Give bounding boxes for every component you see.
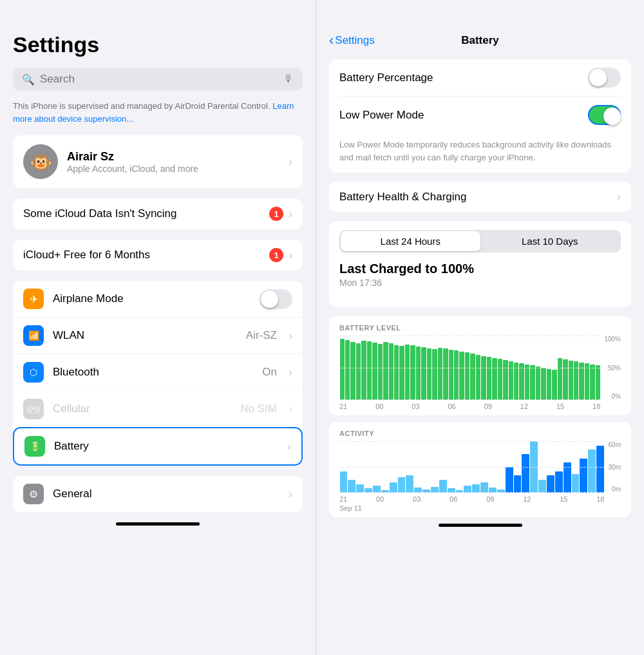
activity-y-labels: 60m 30m 0m <box>609 441 621 493</box>
battery-bar <box>449 350 453 400</box>
battery-label: Battery <box>54 440 278 453</box>
activity-bar <box>422 489 430 493</box>
sidebar-item-battery[interactable]: 🔋 Battery › <box>13 427 303 466</box>
activity-bar <box>373 486 381 493</box>
airplane-toggle[interactable] <box>260 289 292 309</box>
battery-usage-card: Last 24 Hours Last 10 Days Last Charged … <box>329 221 631 307</box>
battery-bar <box>590 365 594 400</box>
icloud-offer-card[interactable]: iCloud+ Free for 6 Months 1 › <box>13 240 303 271</box>
sidebar-item-airplane[interactable]: ✈ Airplane Mode <box>13 281 303 317</box>
profile-row[interactable]: 🐵 Airair Sz Apple Account, iCloud, and m… <box>13 135 303 188</box>
chevron-icon: › <box>289 403 292 416</box>
battery-level-label: BATTERY LEVEL <box>339 324 621 332</box>
cellular-value: No SIM <box>240 403 277 415</box>
battery-health-row[interactable]: Battery Health & Charging › <box>329 182 631 212</box>
profile-card[interactable]: 🐵 Airair Sz Apple Account, iCloud, and m… <box>13 135 303 188</box>
sidebar-item-general[interactable]: ⚙ General › <box>13 476 303 512</box>
activity-bar <box>456 490 464 493</box>
cellular-icon: ((•)) <box>23 399 44 419</box>
battery-bar <box>367 341 372 400</box>
icloud-sync-card[interactable]: Some iCloud Data Isn't Syncing 1 › <box>13 198 303 229</box>
activity-x-labels: 21 00 03 06 09 12 15 18 <box>339 495 605 503</box>
last-charged-subtitle: Mon 17:36 <box>339 278 621 288</box>
activity-bar <box>365 488 372 493</box>
battery-bar <box>552 370 556 400</box>
tab-last-10-days[interactable]: Last 10 Days <box>480 231 620 251</box>
battery-bar <box>492 358 497 400</box>
activity-bar <box>555 471 563 493</box>
battery-bar <box>432 349 437 400</box>
icloud-offer-row[interactable]: iCloud+ Free for 6 Months 1 › <box>13 240 303 271</box>
chevron-icon: › <box>289 329 292 343</box>
low-power-toggle[interactable] <box>588 105 621 125</box>
sidebar-item-wlan[interactable]: 📶 WLAN Air-SZ › <box>13 317 303 354</box>
sidebar-item-bluetooth[interactable]: ⬡ Bluetooth On › <box>13 354 303 390</box>
activity-bar <box>414 488 422 493</box>
battery-bar <box>503 360 507 400</box>
activity-bar <box>439 480 447 493</box>
bluetooth-icon: ⬡ <box>23 362 44 383</box>
chevron-icon: › <box>289 488 292 501</box>
activity-bar <box>480 482 488 493</box>
general-label: General <box>53 488 279 500</box>
activity-bar <box>464 486 471 493</box>
left-panel: Settings 🔍 🎙 This iPhone is supervised a… <box>0 0 316 655</box>
chevron-icon: › <box>289 249 292 262</box>
battery-bar <box>514 363 518 400</box>
search-input[interactable] <box>40 73 278 86</box>
battery-bar <box>399 346 404 400</box>
activity-label: ACTIVITY <box>339 430 621 437</box>
activity-chart: ACTIVITY 21 00 03 06 <box>329 422 631 517</box>
battery-percentage-row[interactable]: Battery Percentage <box>329 59 631 96</box>
battery-bar <box>541 368 545 400</box>
chevron-icon: › <box>289 366 292 379</box>
right-header: ‹ Settings Battery <box>316 32 644 59</box>
battery-bar <box>340 339 345 400</box>
battery-bar <box>356 343 361 400</box>
sidebar-item-cellular[interactable]: ((•)) Cellular No SIM › <box>13 390 303 427</box>
activity-bar <box>514 475 522 493</box>
mic-icon: 🎙 <box>283 73 294 85</box>
chevron-icon: › <box>289 207 292 221</box>
battery-bar <box>459 352 464 400</box>
general-group: ⚙ General › <box>13 476 303 512</box>
low-power-label: Low Power Mode <box>339 109 588 122</box>
battery-bar <box>509 361 513 400</box>
airplane-label: Airplane Mode <box>53 292 251 305</box>
battery-bar <box>405 345 410 400</box>
last-charged-title: Last Charged to 100% <box>339 261 621 276</box>
search-icon: 🔍 <box>22 73 35 86</box>
battery-percentage-toggle[interactable] <box>588 68 621 88</box>
battery-bar <box>585 363 589 400</box>
right-content: Battery Percentage Low Power Mode Low Po… <box>316 59 644 517</box>
back-label: Settings <box>335 34 374 47</box>
battery-level-chart: BATTERY LEVEL 21 00 <box>329 316 631 415</box>
activity-bar <box>588 450 596 493</box>
activity-bar <box>406 475 413 493</box>
battery-bar <box>481 356 486 400</box>
activity-bar <box>506 467 513 493</box>
tab-last-24-hours[interactable]: Last 24 Hours <box>341 231 480 251</box>
battery-bar <box>410 345 415 400</box>
back-button[interactable]: ‹ Settings <box>329 32 375 49</box>
battery-bar <box>378 344 383 400</box>
profile-subtitle: Apple Account, iCloud, and more <box>67 164 279 174</box>
battery-bar <box>345 340 350 400</box>
activity-bars <box>339 441 605 493</box>
search-bar[interactable]: 🔍 🎙 <box>13 68 303 91</box>
icloud-sync-row[interactable]: Some iCloud Data Isn't Syncing 1 › <box>13 198 303 229</box>
low-power-row[interactable]: Low Power Mode <box>329 97 631 133</box>
settings-group: ✈ Airplane Mode 📶 WLAN Air-SZ › ⬡ Blueto… <box>13 281 303 466</box>
battery-bar <box>547 369 551 400</box>
battery-bar <box>569 361 573 400</box>
battery-bar <box>361 341 366 400</box>
battery-bar <box>438 348 442 400</box>
battery-bar <box>530 365 535 400</box>
wlan-label: WLAN <box>53 329 237 342</box>
battery-bar <box>519 363 524 400</box>
battery-x-labels: 21 00 03 06 09 12 15 18 <box>339 403 600 410</box>
battery-health-card[interactable]: Battery Health & Charging › <box>329 182 631 212</box>
battery-settings-card: Battery Percentage Low Power Mode Low Po… <box>329 59 631 173</box>
activity-bar <box>448 488 455 493</box>
battery-bar <box>596 365 600 400</box>
